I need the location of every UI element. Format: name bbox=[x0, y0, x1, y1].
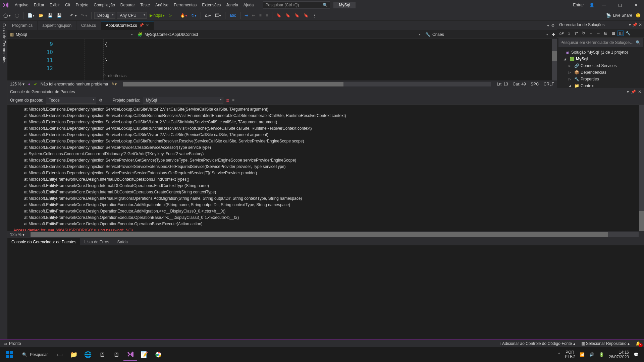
se-back-button[interactable]: ← bbox=[588, 31, 594, 36]
solution-explorer-search[interactable]: Pesquisar em Gerenciador de Soluções (Ct… bbox=[558, 38, 643, 47]
menu-depurar[interactable]: Depurar bbox=[118, 1, 138, 9]
brush-icon[interactable]: ✎▾ bbox=[111, 82, 117, 86]
console-pin-button[interactable]: 📌 bbox=[631, 89, 636, 94]
panel-close-button[interactable]: ✕ bbox=[639, 22, 642, 27]
toolbar-overflow-button[interactable]: ⋮ bbox=[311, 12, 318, 18]
zoom-combo[interactable]: 125 % ▾ bbox=[10, 82, 24, 86]
tray-clock[interactable]: 14:1626/07/2023 bbox=[609, 350, 629, 359]
se-refresh-button[interactable]: ↻ bbox=[581, 31, 587, 36]
menu-arquivo[interactable]: Arquivo bbox=[12, 1, 31, 9]
minimize-button[interactable]: — bbox=[597, 0, 610, 10]
format-button[interactable]: abc bbox=[228, 12, 237, 18]
nav-class-combo[interactable]: 🧩MySql.Context.AppDbContext bbox=[135, 32, 423, 38]
se-home-button[interactable]: ⌂▾ bbox=[558, 31, 565, 36]
se-collapse-button[interactable]: ⊟ bbox=[603, 31, 609, 36]
document-tab[interactable]: AppDbContext.cs📌✕ bbox=[101, 21, 154, 30]
nav-fwd-button[interactable]: ◯ bbox=[13, 12, 20, 18]
origin-combo[interactable]: Todos bbox=[46, 97, 96, 104]
uncomment-button[interactable]: ≡ bbox=[264, 12, 269, 18]
refresh-button[interactable]: ↻▾ bbox=[190, 12, 198, 18]
notifications-button[interactable]: 🔔3 bbox=[636, 341, 641, 346]
close-tab-icon[interactable]: ✕ bbox=[146, 23, 149, 27]
tray-wifi-icon[interactable]: 📶 bbox=[580, 352, 585, 357]
console-vscrollbar[interactable] bbox=[639, 105, 644, 231]
document-tab[interactable]: Program.cs bbox=[7, 21, 38, 30]
undo-button[interactable]: ↶ ▾ bbox=[69, 12, 78, 18]
indent-out-button[interactable]: ⇥ bbox=[243, 12, 249, 18]
solution-tree[interactable]: ▣ Solução 'MySql' (1 de 1 projeto) ◢🟩MyS… bbox=[557, 48, 644, 88]
bookmark-button[interactable]: 🔖 bbox=[275, 12, 283, 18]
comment-button[interactable]: ≡ bbox=[258, 12, 263, 18]
tree-arrow-icon[interactable]: ▷ bbox=[569, 71, 573, 74]
console-zoom-combo[interactable]: 125 % ▾ bbox=[10, 232, 24, 237]
tray-language[interactable]: PORPTB2 bbox=[565, 350, 575, 359]
tray-battery-icon[interactable]: 🔋 bbox=[599, 352, 604, 357]
eol-mode-label[interactable]: CRLF bbox=[544, 82, 554, 86]
maximize-button[interactable]: ▢ bbox=[613, 0, 627, 10]
window-button[interactable]: 🗔▾ bbox=[214, 12, 222, 18]
stop-console-button[interactable]: ■ bbox=[232, 98, 234, 103]
open-button[interactable]: 📂 bbox=[37, 12, 45, 18]
tree-arrow-icon[interactable]: ◢ bbox=[564, 57, 568, 61]
se-fwd-button[interactable]: → bbox=[595, 31, 601, 36]
tree-row[interactable]: ▷🔗Connected Services bbox=[557, 62, 644, 69]
add-source-control-button[interactable]: ↑ Adicionar ao Controle do Código-Fonte … bbox=[499, 341, 575, 346]
tree-row[interactable]: ◢🟩MySql bbox=[557, 56, 644, 62]
document-tab[interactable]: appsettings.json bbox=[38, 21, 76, 30]
tray-volume-icon[interactable]: 🔊 bbox=[589, 352, 594, 357]
tray-chevron-icon[interactable]: ˄ bbox=[558, 352, 560, 357]
new-item-button[interactable]: 📄▾ bbox=[26, 12, 36, 18]
menu-editar[interactable]: Editar bbox=[31, 1, 47, 9]
platform-combo[interactable]: Any CPU bbox=[117, 12, 147, 19]
taskbar-edge[interactable]: 🌐 bbox=[81, 349, 95, 361]
live-share-button[interactable]: Live Share bbox=[613, 13, 632, 18]
default-project-combo[interactable]: MySql bbox=[143, 97, 223, 104]
taskbar-app2[interactable]: 🖥 bbox=[109, 349, 123, 361]
editor-vscrollbar[interactable] bbox=[552, 39, 557, 80]
save-button[interactable]: 💾 bbox=[46, 12, 54, 18]
tree-arrow-icon[interactable]: ◢ bbox=[569, 84, 573, 87]
taskbar-search[interactable]: 🔍 Pesquisar bbox=[17, 351, 52, 358]
menu-exibir[interactable]: Exibir bbox=[47, 1, 62, 9]
taskbar-chrome[interactable] bbox=[152, 349, 165, 361]
tree-arrow-icon[interactable]: ▷ bbox=[569, 64, 573, 67]
tree-solution-root[interactable]: ▣ Solução 'MySql' (1 de 1 projeto) bbox=[557, 49, 644, 56]
tree-row[interactable]: ▷🔧Properties bbox=[557, 76, 644, 82]
console-close-button[interactable]: ✕ bbox=[638, 89, 641, 94]
signin-button[interactable]: Entrar bbox=[570, 2, 587, 8]
breakpoint-gutter[interactable] bbox=[58, 39, 64, 80]
feedback-button[interactable]: 🙂 bbox=[634, 12, 642, 18]
config-combo[interactable]: Debug bbox=[94, 12, 115, 19]
menu-ajuda[interactable]: Ajuda bbox=[241, 1, 257, 9]
bottom-tab-output[interactable]: Saída bbox=[113, 238, 132, 245]
taskbar-visualstudio[interactable] bbox=[123, 349, 137, 361]
se-view-button[interactable]: ◫ bbox=[618, 31, 624, 36]
tree-arrow-icon[interactable]: ▷ bbox=[569, 77, 573, 81]
code-body[interactable]: { } 0 referências public DbSet<Cnae> Cna… bbox=[64, 39, 557, 80]
bookmark-next-button[interactable]: 🔖 bbox=[293, 12, 301, 18]
tray-notifications-icon[interactable]: 💬 bbox=[634, 352, 639, 357]
menu-git[interactable]: Git bbox=[62, 1, 73, 9]
nav-project-combo[interactable]: ▦MySql bbox=[7, 32, 135, 38]
indent-mode-label[interactable]: SPC bbox=[531, 82, 539, 86]
split-editor-button[interactable]: ✚ bbox=[550, 32, 557, 37]
taskbar-taskview[interactable]: ▭ bbox=[53, 349, 66, 361]
menu-compilação[interactable]: Compilação bbox=[91, 1, 117, 9]
taskbar-app1[interactable]: 🖥 bbox=[95, 349, 109, 361]
pin-icon[interactable]: 📌 bbox=[139, 23, 144, 27]
console-output[interactable]: at Microsoft.Extensions.DependencyInject… bbox=[7, 105, 644, 231]
taskbar-word[interactable]: 📝 bbox=[138, 349, 151, 361]
start-debug-button[interactable]: ▶ https ▾ bbox=[148, 12, 166, 18]
console-dropdown-button[interactable]: ▾ bbox=[627, 89, 629, 94]
menu-projeto[interactable]: Projeto bbox=[73, 1, 91, 9]
redo-button[interactable]: ↷ ▾ bbox=[79, 12, 89, 18]
panel-dropdown-button[interactable]: ▾ bbox=[629, 22, 631, 27]
bookmark-clear-button[interactable]: 🔖 bbox=[302, 12, 310, 18]
clear-console-button[interactable]: ≣ bbox=[226, 98, 229, 103]
tree-row[interactable]: ▷📦Dependências bbox=[557, 69, 644, 76]
menu-janela[interactable]: Janela bbox=[223, 1, 240, 9]
editor-hscrollbar[interactable] bbox=[123, 82, 491, 86]
tabs-dropdown-button[interactable]: ▾ bbox=[547, 23, 549, 28]
start-button[interactable] bbox=[2, 349, 17, 361]
se-home2-button[interactable]: ⌂ bbox=[566, 31, 572, 36]
